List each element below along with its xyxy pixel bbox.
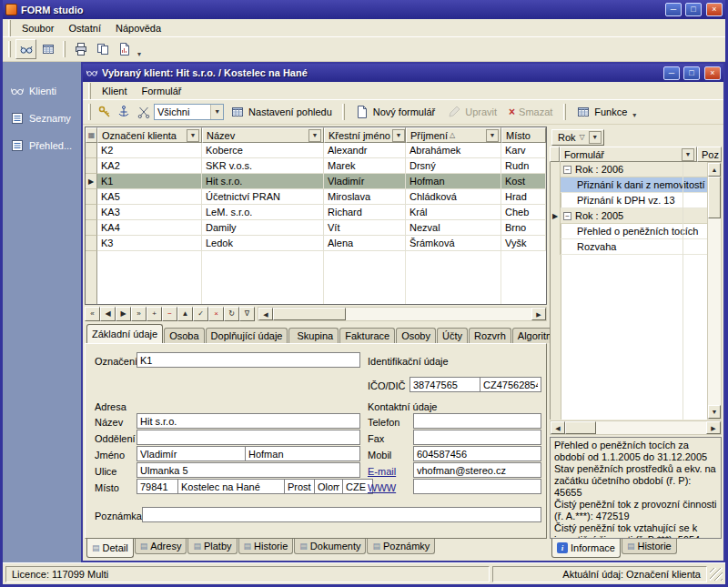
column-header-formular[interactable]: Formulář ▼ [560, 147, 697, 162]
misto-input[interactable] [177, 479, 285, 494]
tab-doplnujici-udaje[interactable]: Doplňující údaje [206, 328, 288, 343]
filter-dropdown-icon[interactable]: ▼ [486, 129, 499, 142]
cell[interactable]: Marek [324, 158, 406, 174]
menu-ostatni[interactable]: Ostatní [61, 21, 107, 35]
table-row[interactable]: K2 Koberce Alexandr Abrahámek Karv [86, 143, 546, 158]
cell[interactable]: KA4 [97, 220, 202, 236]
tree-item-selected[interactable]: Přiznání k dani z nemovitostí vz [551, 177, 707, 193]
nazev-input[interactable] [136, 413, 360, 429]
tab-informace[interactable]: iInformace [551, 539, 621, 558]
ico-input[interactable] [410, 377, 480, 392]
tab-poznamky[interactable]: ▤Poznámky [367, 539, 435, 554]
jmeno-input[interactable] [136, 446, 246, 461]
menu-klient[interactable]: Klient [95, 84, 135, 98]
scroll-right-button[interactable]: ▶ [706, 421, 721, 434]
www-link-label[interactable]: WWW [368, 482, 396, 493]
cell[interactable]: Král [406, 205, 501, 220]
filter-combobox[interactable]: Všichni ▼ [154, 104, 224, 120]
tab-ucty[interactable]: Účty [437, 328, 468, 343]
grid-horizontal-scrollbar[interactable]: ◀ ▶ [258, 307, 547, 321]
minimize-button[interactable]: ─ [665, 3, 682, 16]
chevron-down-icon[interactable]: ▼ [210, 105, 223, 119]
nav-next-button[interactable]: ▶ [116, 307, 131, 321]
tab-osoba[interactable]: Osoba [164, 328, 204, 343]
table-row[interactable]: KA4 Damily Vít Nezval Brno [86, 220, 546, 236]
sidebar-item-seznamy[interactable]: Seznamy [3, 107, 81, 129]
cut-button[interactable] [135, 102, 153, 122]
mobil-input[interactable] [413, 446, 541, 461]
group-by-rok-button[interactable]: Rok ▽ ▼ [551, 129, 604, 146]
menu-soubor[interactable]: Soubor [15, 21, 61, 35]
cell[interactable]: SKR v.o.s. [202, 158, 324, 174]
tab-platby[interactable]: ▤Platby [187, 539, 237, 554]
cell[interactable]: Hrad [501, 189, 546, 205]
scroll-left-button[interactable]: ◀ [551, 421, 565, 434]
cell[interactable]: Damily [202, 220, 324, 236]
filter-dropdown-icon[interactable]: ▼ [682, 148, 694, 161]
cell[interactable]: Karv [501, 143, 546, 158]
cell[interactable]: Cheb [501, 205, 546, 220]
nav-filter-button[interactable]: ∇ [239, 307, 255, 321]
maximize-button[interactable]: □ [685, 3, 702, 16]
column-header-poznamka[interactable]: Poz [697, 147, 722, 162]
column-header-krestni-jmeno[interactable]: Křestní jméno ▼ [324, 127, 406, 143]
prijmeni-input[interactable] [245, 446, 360, 461]
scrollbar-thumb[interactable] [273, 308, 346, 320]
telefon-input[interactable] [413, 413, 541, 429]
dic-input[interactable] [480, 377, 541, 392]
nav-edit-button[interactable]: ▲ [177, 307, 193, 321]
tree-item[interactable]: Rozvaha [551, 239, 707, 255]
cell[interactable]: K1 [97, 174, 202, 189]
grid-corner-cell[interactable]: ▦ [86, 127, 97, 143]
nav-insert-button[interactable]: + [147, 307, 162, 321]
cell[interactable]: Šrámková [406, 236, 501, 251]
tab-fakturace[interactable]: Fakturace [339, 328, 395, 343]
cell[interactable]: Abrahámek [406, 143, 501, 158]
cell[interactable]: Drsný [406, 158, 501, 174]
cell[interactable]: Účetnictví PRAN [202, 189, 324, 205]
sidebar-item-prehledy[interactable]: Přehled... [3, 135, 81, 157]
cell[interactable]: Nezval [406, 220, 501, 236]
cell[interactable]: Alexandr [324, 143, 406, 158]
menubar-grip[interactable] [88, 83, 91, 99]
view-settings-button[interactable]: Nastavení pohledu [225, 103, 338, 122]
oznaceni-input[interactable] [136, 352, 360, 368]
tab-dokumenty[interactable]: ▤Dokumenty [294, 539, 366, 554]
table-row[interactable]: KA2 SKR v.o.s. Marek Drsný Rudn [86, 158, 546, 174]
filter-dropdown-icon[interactable]: ▼ [392, 129, 405, 142]
maximize-button[interactable]: □ [683, 66, 700, 80]
kraj-input[interactable] [314, 479, 343, 494]
sidebar-item-klienti[interactable]: Klienti [3, 80, 81, 102]
cell[interactable]: Chládková [406, 189, 501, 205]
tab-detail[interactable]: ▤Detail [86, 539, 134, 558]
tree-group-row[interactable]: −Rok : 2006 [551, 162, 707, 177]
edit-button[interactable]: Upravit [441, 103, 502, 122]
cell[interactable]: Vyšk [501, 236, 546, 251]
www-input[interactable] [413, 479, 541, 494]
collapse-icon[interactable]: − [563, 166, 571, 174]
menu-formular[interactable]: Formulář [135, 84, 189, 98]
cell[interactable]: Kost [501, 174, 546, 189]
anchor-button[interactable] [115, 102, 133, 122]
tab-zakladni-udaje[interactable]: Základní údaje [86, 324, 163, 343]
email-input[interactable] [413, 462, 541, 478]
nav-prior-button[interactable]: ◀ [100, 307, 116, 321]
scrollbar-thumb[interactable] [708, 177, 721, 218]
nav-post-button[interactable]: ✓ [193, 307, 208, 321]
toolbar-grip[interactable] [88, 104, 91, 120]
column-header-misto[interactable]: Místo [501, 127, 546, 143]
scroll-right-button[interactable]: ▶ [531, 308, 546, 320]
column-header-nazev[interactable]: Název ▼ [202, 127, 324, 143]
minimize-button[interactable]: ─ [663, 66, 680, 80]
column-header-prijmeni[interactable]: Příjmení △ ▼ [406, 127, 501, 143]
cell[interactable]: Miroslava [324, 189, 406, 205]
nav-first-button[interactable]: « [85, 307, 100, 321]
cell[interactable]: LeM. s.r.o. [202, 205, 324, 220]
cell[interactable]: K3 [97, 236, 202, 251]
cell[interactable]: Ledok [202, 236, 324, 251]
tab-historie-forms[interactable]: ▤Historie [622, 539, 677, 554]
tab-skupina[interactable]: Skupina [288, 328, 339, 343]
cell[interactable]: Rudn [501, 158, 546, 174]
new-form-button[interactable]: Nový formulář [349, 103, 440, 122]
table-row[interactable]: K3 Ledok Alena Šrámková Vyšk [86, 236, 546, 251]
